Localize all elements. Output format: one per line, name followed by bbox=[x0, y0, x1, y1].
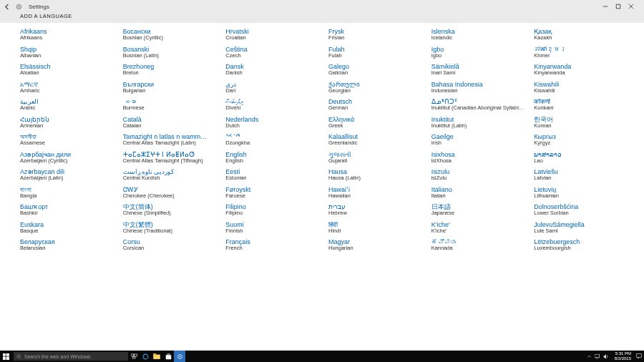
system-tray[interactable] bbox=[584, 354, 612, 359]
language-item[interactable]: कोंकणीKonkani bbox=[534, 99, 633, 111]
language-item[interactable]: ພາສາລາວLao bbox=[534, 152, 633, 164]
language-item[interactable]: LietuviųLithuanian bbox=[534, 187, 633, 199]
language-item[interactable]: BrezhonegBreton bbox=[123, 64, 222, 76]
language-item[interactable]: HausaHausa (Latin) bbox=[328, 169, 427, 181]
language-item[interactable]: БосанскиBosnian (Cyrillic) bbox=[123, 29, 222, 41]
language-item[interactable]: አማርኛAmharic bbox=[20, 82, 119, 94]
taskbar-search[interactable]: Search the web and Windows bbox=[14, 352, 128, 361]
language-item[interactable]: Azərbaycan diliAzerbaijani (Latin) bbox=[20, 169, 119, 181]
language-native-name: 日本語 bbox=[431, 204, 526, 210]
language-item[interactable]: বাংলাBangla bbox=[20, 187, 119, 199]
language-item[interactable]: КыргызKyrgyz bbox=[534, 134, 633, 146]
language-item[interactable]: FilipinoFilipino bbox=[225, 204, 324, 216]
language-english-name: Fulah bbox=[328, 53, 423, 59]
language-item[interactable]: ဗမာBurmese bbox=[123, 99, 222, 111]
language-item[interactable]: ҚазақKazakh bbox=[534, 29, 633, 41]
language-item[interactable]: ՀայերենArmenian bbox=[20, 117, 119, 129]
language-item[interactable]: IgboIgbo bbox=[431, 47, 530, 59]
language-item[interactable]: हिंदीHindi bbox=[328, 222, 427, 234]
language-item[interactable]: Tamazight n latlas n wamm…Central Atlas … bbox=[123, 134, 222, 146]
language-item[interactable]: KiswahiliKiswahili bbox=[534, 82, 633, 94]
language-item[interactable]: FrançaisFrench bbox=[225, 239, 324, 251]
search-icon bbox=[16, 354, 21, 359]
language-item[interactable]: InuktitutInuktitut (Latin) bbox=[431, 117, 530, 129]
language-item[interactable]: JulevuSámegiellaLule Sami bbox=[534, 222, 633, 234]
language-item[interactable]: Азәрбајҹан дилиAzerbaijani (Cyrillic) bbox=[20, 152, 119, 164]
language-item[interactable]: ગુજરાતીGujarati bbox=[328, 152, 427, 164]
language-item[interactable]: БеларускаяBelarusian bbox=[20, 239, 119, 251]
taskbar-store-icon[interactable] bbox=[162, 351, 174, 362]
language-item[interactable]: অসমীয়াAssamese bbox=[20, 134, 119, 146]
language-item[interactable]: GalegoGalician bbox=[328, 64, 427, 76]
language-item[interactable]: БългарскиBulgarian bbox=[123, 82, 222, 94]
language-item[interactable]: עבריתHebrew bbox=[328, 204, 427, 216]
maximize-button[interactable] bbox=[615, 4, 628, 9]
notification-button[interactable] bbox=[634, 351, 644, 362]
language-item[interactable]: ಕನ್ನಡKannada bbox=[431, 239, 530, 251]
language-item[interactable]: ČeštinaCzech bbox=[225, 47, 324, 59]
language-item[interactable]: ΕλληνικάGreek bbox=[328, 117, 427, 129]
tray-network-icon[interactable] bbox=[595, 354, 600, 359]
language-item[interactable]: KinyarwandaKinyarwanda bbox=[534, 64, 633, 76]
language-item[interactable]: 中文(繁體)Chinese (Traditional) bbox=[123, 222, 222, 234]
language-item[interactable]: DanskDanish bbox=[225, 64, 324, 76]
language-item[interactable]: ᐃᓄᒃᑎᑐᑦInuktitut (Canadian Aboriginal Syl… bbox=[431, 99, 530, 111]
language-item[interactable]: IsizuluisiZulu bbox=[431, 169, 530, 181]
language-item[interactable]: LëtzebuergeschLuxembourgish bbox=[534, 239, 633, 251]
language-item[interactable]: 日本語Japanese bbox=[431, 204, 530, 216]
language-item[interactable]: ⵜⴰⵎⴰⵣⵉⵖⵜ ⵏ ⵍⴰⵟⵍⴰⵚCentral Atlas Tamazight… bbox=[123, 152, 222, 164]
language-item[interactable]: ქართულიGeorgian bbox=[328, 82, 427, 94]
language-item[interactable]: HrvatskiCroatian bbox=[225, 29, 324, 41]
language-item[interactable]: 한국어Korean bbox=[534, 117, 633, 129]
language-item[interactable]: NederlandsDutch bbox=[225, 117, 324, 129]
language-item[interactable]: HawaiʻiHawaiian bbox=[328, 187, 427, 199]
language-item[interactable]: ᏣᎳᎩCherokee (Cherokee) bbox=[123, 187, 222, 199]
language-item[interactable]: Bahasa IndonesiaIndonesian bbox=[431, 82, 530, 94]
language-item[interactable]: IsixhosaisiXhosa bbox=[431, 152, 530, 164]
task-view-button[interactable] bbox=[128, 351, 140, 362]
tray-volume-icon[interactable] bbox=[603, 354, 609, 359]
language-item[interactable]: KalaallisutGreenlandic bbox=[328, 134, 427, 146]
language-item[interactable]: БашҡортBashkir bbox=[20, 204, 119, 216]
language-item[interactable]: BosanskiBosnian (Latin) bbox=[123, 47, 222, 59]
language-item[interactable]: SämikielâInari Sami bbox=[431, 64, 530, 76]
taskbar-edge-icon[interactable] bbox=[140, 351, 151, 362]
tray-chevron-icon[interactable] bbox=[587, 354, 592, 359]
language-item[interactable]: CorsuCorsican bbox=[123, 239, 222, 251]
language-item[interactable]: AfrikaansAfrikaans bbox=[20, 29, 119, 41]
taskbar-settings-icon[interactable] bbox=[174, 351, 185, 362]
language-english-name: Dari bbox=[225, 88, 320, 94]
language-item[interactable]: FulahFulah bbox=[328, 47, 427, 59]
language-item[interactable]: SuomiFinnish bbox=[225, 222, 324, 234]
minimize-button[interactable] bbox=[602, 4, 615, 9]
language-item[interactable]: EuskaraBasque bbox=[20, 222, 119, 234]
language-item[interactable]: FryskFrisian bbox=[328, 29, 427, 41]
language-item[interactable]: CatalàCatalan bbox=[123, 117, 222, 129]
language-item[interactable]: FøroysktFaroese bbox=[225, 187, 324, 199]
language-item[interactable]: LatviešuLatvian bbox=[534, 169, 633, 181]
language-item[interactable]: ItalianoItalian bbox=[431, 187, 530, 199]
language-item[interactable]: ދިވެހިބަސްDivehi bbox=[225, 99, 324, 111]
language-item[interactable]: DeutschGerman bbox=[328, 99, 427, 111]
language-item[interactable]: རྫོང་ཁDzongkha bbox=[225, 134, 324, 146]
language-item[interactable]: کوردیی ناوەڕاستCentral Kurdish bbox=[123, 169, 222, 181]
back-button[interactable] bbox=[4, 4, 14, 10]
language-item[interactable]: GaeilgeIrish bbox=[431, 134, 530, 146]
close-button[interactable] bbox=[628, 4, 641, 9]
language-item[interactable]: K'iche'K'iche' bbox=[431, 222, 530, 234]
language-native-name: Suomi bbox=[225, 222, 320, 228]
taskbar-explorer-icon[interactable] bbox=[151, 351, 162, 362]
language-item[interactable]: ElsässischAlsatian bbox=[20, 64, 119, 76]
language-item[interactable]: MagyarHungarian bbox=[328, 239, 427, 251]
language-item[interactable]: DolnoserbšćinaLower Sorbian bbox=[534, 204, 633, 216]
language-item[interactable]: 中文(简体)Chinese (Simplified) bbox=[123, 204, 222, 216]
language-item[interactable]: ÍslenskaIcelandic bbox=[431, 29, 530, 41]
language-item[interactable]: العربيةArabic bbox=[20, 99, 119, 111]
language-item[interactable]: ភាសាខ្មែរKhmer bbox=[534, 47, 633, 59]
language-item[interactable]: EestiEstonian bbox=[225, 169, 324, 181]
start-button[interactable] bbox=[0, 351, 11, 362]
taskbar-clock[interactable]: 5:31 PM 8/2/2015 bbox=[612, 351, 634, 361]
language-item[interactable]: درىDari bbox=[225, 82, 324, 94]
language-item[interactable]: EnglishEnglish bbox=[225, 152, 324, 164]
language-item[interactable]: ShqipAlbanian bbox=[20, 47, 119, 59]
